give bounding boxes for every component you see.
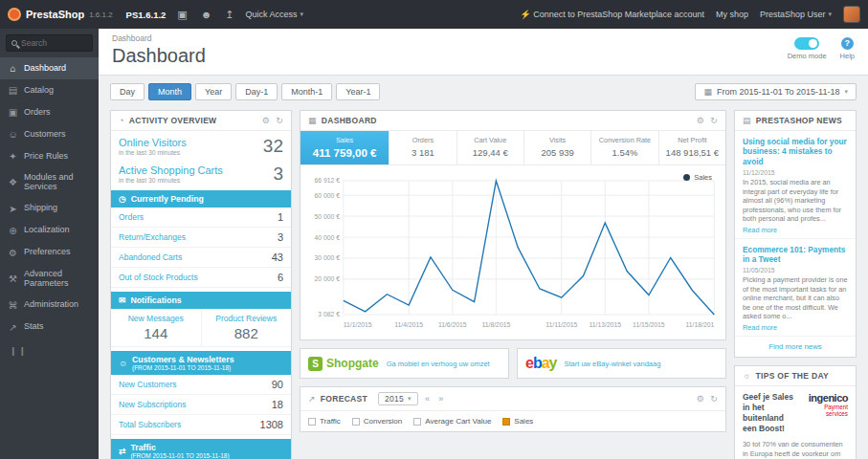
activity-overview-panel: ◔ Activity overview ⚙ ↻ Online Visitors … [110,110,292,459]
demo-mode-toggle[interactable]: Demo mode [788,37,827,60]
launch-icon[interactable]: ↥ [223,9,235,21]
total-subscribers-row[interactable]: Total Subscribers 1308 [111,415,291,435]
forecast-next-button[interactable]: » [436,394,445,404]
sidebar-item-stats[interactable]: ↗Stats [0,317,99,339]
product-reviews-cell[interactable]: Product Reviews 882 [201,309,292,347]
find-more-news-link[interactable]: Find more news [735,337,856,357]
sidebar-item-localization[interactable]: ⊕Localization [0,220,99,242]
read-more-link[interactable]: Read more [743,323,848,332]
forecast-legend-sales[interactable]: Sales [502,417,533,426]
gear-icon[interactable]: ⚙ [262,116,270,125]
sidebar-item-preferences[interactable]: ⚙Preferences [0,242,99,264]
sidebar-item-administration[interactable]: ⌘Administration [0,295,99,317]
help-icon[interactable]: ? [841,37,854,50]
search-input[interactable] [21,38,88,48]
svg-text:50 000 €: 50 000 € [314,213,340,220]
breadcrumb[interactable]: Dashboard [112,33,206,43]
sidebar-item-label: Customers [24,130,66,140]
forecast-legend-conversion[interactable]: Conversion [352,417,402,426]
filter-month-1-button[interactable]: Month-1 [281,83,332,100]
sidebar-item-shipping[interactable]: ➤Shipping [0,198,99,220]
active-carts-metric[interactable]: Active Shopping Carts in the last 30 min… [111,159,291,186]
forecast-prev-button[interactable]: « [423,394,432,404]
sidebar-item-price-rules[interactable]: ✦Price Rules [0,145,99,167]
filter-day-button[interactable]: Day [110,83,145,100]
out-of-stock-row[interactable]: Out of Stock Products 6 [111,268,291,288]
gear-icon[interactable]: ⚙ [697,116,704,125]
checkbox-icon[interactable] [352,418,360,426]
date-range-picker[interactable]: ▦ From 2015-11-01 To 2015-11-18 ▾ [695,83,857,100]
customers-date-range: (FROM 2015-11-01 TO 2015-11-18) [132,364,234,371]
forecast-legend-traffic[interactable]: Traffic [308,417,341,426]
sidebar-item-catalog[interactable]: ▤Catalog [0,79,99,101]
refresh-icon[interactable]: ↻ [710,116,718,125]
abandoned-carts-row[interactable]: Abandoned Carts 43 [111,248,291,268]
filter-day-1-button[interactable]: Day-1 [235,83,278,100]
help-button[interactable]: ? Help [840,37,855,60]
shopgate-promo[interactable]: S Shopgate Ga mobiel en verhoog uw omzet [300,348,509,379]
ebay-link[interactable]: Start uw eBay-winkel vandaag [565,360,661,368]
notifications-header: ✉ Notifications [111,292,291,309]
kpi-sales[interactable]: Sales 411 759,00 € [300,131,389,164]
sidebar-item-dashboard[interactable]: ⌂Dashboard [0,57,99,79]
prestashop-logo[interactable]: PrestaShop 1.6.1.2 [8,8,113,21]
stat-value: 6 [278,272,283,283]
quick-access-menu[interactable]: Quick Access ▾ [246,10,304,19]
sidebar-item-label: Price Rules [24,152,68,162]
online-visitors-metric[interactable]: Online Visitors in the last 30 minutes 3… [111,131,291,159]
refresh-icon[interactable]: ↻ [276,116,283,125]
ebay-promo[interactable]: ebay Start uw eBay-winkel vandaag [517,348,726,379]
my-shop-link[interactable]: My shop [716,10,748,19]
kpi-conversion-rate[interactable]: Conversion Rate 1.54% [591,131,658,164]
sidebar-collapse-button[interactable]: ❙❙ [0,339,99,363]
forecast-legend-average-cart-value[interactable]: Average Cart Value [413,417,491,426]
toggle-icon[interactable] [794,37,819,50]
kpi-net-profit[interactable]: Net Profit 148 918,51 € [659,131,725,164]
demo-mode-label: Demo mode [788,52,827,60]
sidebar-item-modules[interactable]: ❖Modules and Services [0,167,99,198]
filter-year-1-button[interactable]: Year-1 [336,83,380,100]
sidebar-item-label: Preferences [24,248,71,257]
ingenico-brand: ingenico [802,392,848,404]
new-subscriptions-row[interactable]: New Subscriptions 18 [111,395,291,415]
new-messages-cell[interactable]: New Messages 144 [111,309,201,347]
forecast-year-select[interactable]: 2015 ▾ [378,392,418,405]
pending-returns-row[interactable]: Return/Exchanges 3 [111,228,291,248]
dashboard-panel-header: ▦ Dashboard ⚙ ↻ [300,111,725,131]
filter-month-button[interactable]: Month [148,83,191,100]
user-menu[interactable]: PrestaShop User ▾ [760,10,832,19]
news-article-title[interactable]: Ecommerce 101: Payments in a Tweet [743,245,848,265]
sales-line-chart[interactable]: 66 912 €60 000 €50 000 €40 000 €30 000 €… [302,169,723,334]
gear-icon[interactable]: ⚙ [697,394,704,404]
kpi-label: Orders [391,136,454,144]
customers-icon: ☺ [8,129,18,140]
ingenico-logo: ingenico Payment services [802,392,848,434]
profile-icon[interactable]: ☻ [199,9,214,20]
prestashop-news-panel: ▤ PrestaShop News Using social media for… [734,110,857,358]
kpi-orders[interactable]: Orders 3 181 [389,131,456,164]
checkbox-icon[interactable] [413,418,421,426]
shopgate-link[interactable]: Ga mobiel en verhoog uw omzet [387,360,490,368]
marketplace-link[interactable]: ⚡ Connect to PrestaShop Marketplace acco… [521,10,704,19]
refresh-icon[interactable]: ↻ [710,394,718,404]
sales-chart[interactable]: Sales 66 912 €60 000 €50 000 €40 000 €30… [300,165,725,339]
filter-year-button[interactable]: Year [195,83,232,100]
news-article-title[interactable]: Using social media for your business: 4 … [743,137,848,166]
sidebar-item-label: Dashboard [24,64,66,74]
sidebar-item-orders[interactable]: ▣Orders [0,101,99,123]
new-customers-row[interactable]: New Customers 90 [111,375,291,395]
sidebar-item-customers[interactable]: ☺Customers [0,123,99,145]
checkbox-icon[interactable] [502,418,510,426]
svg-text:60 000 €: 60 000 € [314,192,340,199]
cart-icon[interactable]: ▣ [175,9,189,21]
avatar[interactable] [843,6,860,23]
checkbox-icon[interactable] [308,418,316,426]
sidebar-item-advanced-parameters[interactable]: ⚒Advanced Parameters [0,264,99,295]
kpi-cart-value[interactable]: Cart Value 129,44 € [457,131,524,164]
svg-text:3 082 €: 3 082 € [318,311,340,317]
search-icon [11,40,17,46]
chart-legend-sales[interactable]: Sales [683,173,712,182]
kpi-visits[interactable]: Visits 205 939 [524,131,591,164]
pending-orders-row[interactable]: Orders 1 [111,208,291,228]
read-more-link[interactable]: Read more [743,226,848,234]
